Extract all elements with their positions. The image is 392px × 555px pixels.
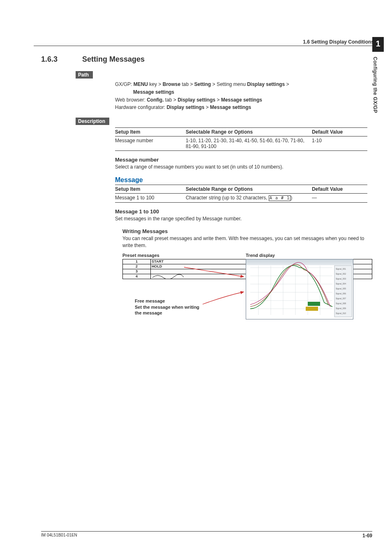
trend-plot-icon: Signal_001Signal_002 Signal_003Signal_00… [246, 259, 353, 319]
path-sep: > [215, 97, 221, 103]
path-sep: > Setting menu [211, 81, 247, 87]
path-display-settings: Display settings [247, 81, 285, 87]
svg-text:Signal_001: Signal_001 [336, 268, 346, 270]
free-message-line: Free message [135, 298, 199, 304]
section-heading: 1.6.3 Setting Messages [41, 55, 372, 64]
message-section-heading: Message [115, 176, 372, 184]
running-header-text: 1.6 Setting Display Conditions [303, 39, 374, 45]
cell-range: 1-10, 11-20, 21-30, 31-40, 41-50, 51-60,… [186, 136, 312, 151]
path-setting: Setting [194, 81, 211, 87]
free-message-line: Set the message when writing [135, 304, 199, 310]
svg-text:Signal_010: Signal_010 [336, 312, 346, 314]
path-browse-tab: Browse [163, 81, 180, 87]
trend-display-label: Trend display [246, 253, 275, 258]
message-content-table: Setup Item Selectable Range or Options D… [115, 185, 367, 203]
path-web-prefix: Web browser: [115, 97, 147, 103]
doc-id: IM 04L51B01-01EN [41, 533, 77, 539]
preset-messages-label: Preset messages [122, 253, 159, 258]
th-setup-item: Setup Item [115, 185, 186, 193]
page-number: 1-69 [362, 533, 372, 539]
illustration: Preset messages Trend display 1START 2HO… [122, 253, 372, 323]
writing-messages-body: You can recall preset messages and write… [122, 235, 372, 249]
th-default: Default Value [312, 128, 367, 136]
free-message-line: the message [135, 310, 199, 316]
page-footer: IM 04L51B01-01EN 1-69 [41, 531, 372, 539]
path-sep: tab > [164, 97, 178, 103]
table-row: Message 1 to 100 Character string (up to… [115, 193, 367, 202]
running-header: 1.6 Setting Display Conditions [34, 39, 374, 46]
char-string-close: ) [291, 195, 292, 201]
preset-row-num: 2 [123, 264, 151, 269]
path-message-settings: Message settings [133, 89, 174, 95]
path-badge: Path [76, 71, 93, 79]
cell-setup-item: Message number [115, 136, 186, 151]
svg-text:Signal_006: Signal_006 [336, 292, 346, 295]
description-badge: Description [76, 118, 109, 125]
th-range: Selectable Range or Options [186, 185, 312, 193]
message-number-table: Setup Item Selectable Range or Options D… [115, 127, 367, 151]
svg-text:Signal_005: Signal_005 [336, 287, 346, 290]
side-tab: 1 Configuring the GX/GP [372, 37, 384, 169]
svg-text:Signal_004: Signal_004 [336, 282, 346, 285]
preset-row-num: 4 [123, 274, 151, 279]
path-message-settings: Message settings [221, 97, 262, 103]
section-number: 1.6.3 [41, 55, 66, 64]
trend-display-thumbnail: Signal_001Signal_002 Signal_003Signal_00… [246, 259, 353, 319]
table-row: Message number 1-10, 11-20, 21-30, 31-40… [115, 136, 367, 151]
cell-setup-item: Message 1 to 100 [115, 193, 186, 202]
preset-row-num: 1 [123, 259, 151, 264]
free-message-caption: Free message Set the message when writin… [135, 298, 199, 316]
path-gxgp-prefix: GX/GP: [115, 81, 134, 87]
path-display-settings: Display settings [178, 97, 215, 103]
message-1to100-heading: Message 1 to 100 [115, 208, 367, 215]
message-1to100-body: Set messages in the range specified by M… [115, 215, 367, 222]
chapter-tab-number: 1 [372, 37, 384, 52]
path-sep: key > [148, 81, 163, 87]
section-title: Setting Messages [82, 55, 145, 64]
char-string-text: Character string (up to 32 characters, [186, 195, 269, 201]
th-default: Default Value [312, 185, 367, 193]
svg-text:Signal_007: Signal_007 [336, 297, 346, 300]
path-config-tab: Config. [147, 97, 164, 103]
cell-default: ― [312, 193, 367, 202]
path-hw-prefix: Hardware configurator: [115, 104, 166, 110]
cell-range: Character string (up to 32 characters, A… [186, 193, 312, 202]
path-sep: tab > [180, 81, 194, 87]
message-number-body: Select a range of message numbers you wa… [115, 164, 367, 171]
path-menu-key: MENU [134, 81, 148, 87]
th-setup-item: Setup Item [115, 128, 186, 136]
svg-text:Signal_002: Signal_002 [336, 273, 346, 275]
path-block: GX/GP: MENU key > Browse tab > Setting >… [115, 81, 372, 111]
path-sep: > [285, 81, 289, 87]
path-display-settings: Display settings [166, 104, 204, 110]
cell-default: 1-10 [312, 136, 367, 151]
svg-rect-24 [306, 307, 318, 311]
th-range: Selectable Range or Options [186, 128, 312, 136]
writing-messages-heading: Writing Messages [122, 228, 372, 234]
message-number-heading: Message number [115, 157, 367, 163]
char-type-box: A a # 1 [269, 195, 291, 201]
svg-rect-25 [308, 302, 320, 306]
svg-text:Signal_008: Signal_008 [336, 302, 346, 305]
path-message-settings: Message settings [210, 104, 251, 110]
path-sep: > [204, 104, 210, 110]
svg-text:Signal_009: Signal_009 [336, 307, 346, 310]
preset-row-num: 3 [123, 269, 151, 274]
svg-text:Signal_003: Signal_003 [336, 278, 346, 280]
chapter-tab-text: Configuring the GX/GP [372, 57, 378, 113]
